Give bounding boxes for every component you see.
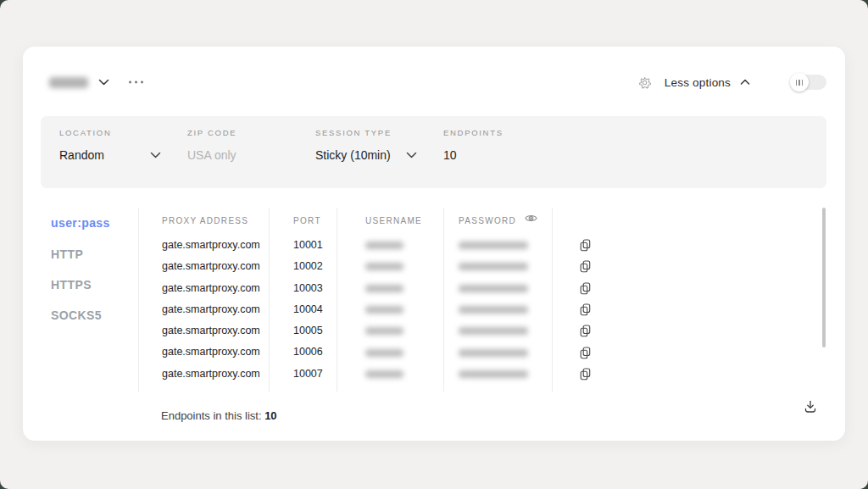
proxy-address-header: PROXY ADDRESS — [162, 208, 269, 235]
proxy-address-cell: gate.smartproxy.com — [162, 235, 269, 256]
proxy-address-cell: gate.smartproxy.com — [162, 364, 269, 385]
list-select-chevron-down-icon[interactable] — [98, 79, 109, 86]
column-copy — [553, 208, 617, 392]
column-port: PORT 10001 10002 10003 10004 10005 10006… — [270, 208, 337, 392]
port-cell: 10004 — [293, 299, 337, 320]
location-value: Random — [59, 148, 104, 162]
gear-icon[interactable] — [638, 76, 651, 89]
port-cell: 10003 — [293, 278, 337, 299]
show-password-eye-icon[interactable] — [525, 214, 537, 225]
app-screen: Less options LOCATION Random ZIP CODE US… — [0, 0, 868, 489]
password-redacted — [459, 349, 528, 357]
zip-code-placeholder: USA only — [187, 148, 236, 162]
endpoints-input[interactable]: 10 — [443, 148, 545, 162]
column-password: PASSWORD — [444, 208, 553, 392]
column-username: USERNAME — [337, 208, 444, 392]
zip-code-input[interactable]: USA only — [187, 148, 289, 162]
username-redacted — [365, 370, 403, 378]
password-redacted — [459, 306, 528, 314]
chevron-up-icon — [740, 79, 750, 86]
session-type-value: Sticky (10min) — [315, 148, 391, 162]
password-redacted — [459, 327, 528, 335]
copy-icon[interactable] — [580, 368, 591, 381]
copy-icon[interactable] — [580, 282, 591, 295]
protocol-tabs: user:pass HTTP HTTPS SOCKS5 — [51, 208, 136, 331]
tab-http[interactable]: HTTP — [51, 238, 136, 269]
endpoints-table: PROXY ADDRESS gate.smartproxy.com gate.s… — [138, 208, 617, 392]
endpoints-count-text: Endpoints in this list: 10 — [161, 409, 277, 422]
username-redacted — [365, 242, 403, 249]
port-header: PORT — [293, 208, 337, 235]
less-options-button[interactable]: Less options — [665, 76, 750, 89]
copy-icon[interactable] — [580, 239, 591, 252]
copy-icon[interactable] — [580, 303, 591, 316]
list-name-redacted — [49, 77, 88, 88]
toggle-knob — [790, 73, 809, 92]
password-redacted — [459, 263, 528, 270]
endpoints-value: 10 — [443, 148, 457, 162]
filter-zip-code: ZIP CODE USA only — [187, 128, 315, 188]
username-redacted — [365, 306, 403, 314]
port-cell: 10006 — [293, 342, 337, 363]
port-cell: 10002 — [293, 256, 337, 277]
copy-icon[interactable] — [580, 347, 591, 359]
column-proxy-address: PROXY ADDRESS gate.smartproxy.com gate.s… — [139, 208, 270, 392]
chevron-down-icon — [150, 152, 161, 158]
proxy-address-cell: gate.smartproxy.com — [162, 320, 269, 342]
proxy-address-cell: gate.smartproxy.com — [162, 256, 269, 277]
port-cell: 10001 — [293, 235, 337, 256]
endpoints-count-value: 10 — [264, 409, 276, 422]
password-redacted — [459, 242, 528, 249]
proxy-address-cell: gate.smartproxy.com — [162, 299, 269, 320]
filter-session-type: SESSION TYPE Sticky (10min) — [315, 128, 443, 188]
tab-user-pass[interactable]: user:pass — [51, 208, 136, 238]
proxy-address-cell: gate.smartproxy.com — [162, 342, 269, 363]
copy-icon[interactable] — [580, 325, 591, 337]
copy-icon[interactable] — [580, 260, 591, 273]
password-redacted — [459, 370, 528, 378]
tab-https[interactable]: HTTPS — [51, 270, 136, 300]
filter-endpoints-label: ENDPOINTS — [443, 128, 545, 137]
username-header: USERNAME — [365, 208, 443, 235]
port-cell: 10005 — [293, 320, 337, 342]
filter-zip-label: ZIP CODE — [187, 128, 315, 137]
password-header: PASSWORD — [459, 208, 552, 235]
filter-endpoints: ENDPOINTS 10 — [443, 128, 545, 188]
proxy-list-card: Less options LOCATION Random ZIP CODE US… — [23, 47, 845, 441]
username-redacted — [365, 285, 403, 292]
location-select[interactable]: Random — [59, 148, 161, 162]
view-toggle-switch[interactable] — [791, 75, 826, 90]
top-bar: Less options — [49, 69, 826, 96]
less-options-label: Less options — [665, 76, 731, 89]
filter-location-label: LOCATION — [59, 128, 187, 137]
username-redacted — [365, 349, 403, 357]
chevron-down-icon — [406, 152, 417, 158]
port-cell: 10007 — [293, 364, 337, 385]
download-icon[interactable] — [801, 397, 820, 416]
proxy-address-cell: gate.smartproxy.com — [162, 278, 269, 299]
password-redacted — [459, 285, 528, 292]
password-header-label: PASSWORD — [459, 216, 516, 225]
session-type-select[interactable]: Sticky (10min) — [315, 148, 417, 162]
username-redacted — [365, 327, 403, 335]
more-menu-icon[interactable] — [128, 81, 145, 84]
filter-location: LOCATION Random — [59, 128, 187, 188]
username-redacted — [365, 263, 403, 270]
tab-socks5[interactable]: SOCKS5 — [51, 300, 136, 331]
filter-session-label: SESSION TYPE — [315, 128, 443, 137]
endpoints-count-label: Endpoints in this list: — [161, 409, 262, 422]
table-scrollbar[interactable] — [822, 208, 826, 347]
filter-bar: LOCATION Random ZIP CODE USA only SESSIO… — [41, 116, 826, 188]
